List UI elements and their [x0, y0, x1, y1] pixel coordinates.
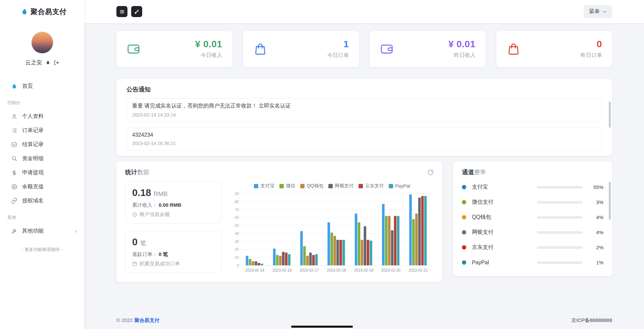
legend-item[interactable]: 微信 [279, 183, 295, 189]
legend-label: 京东支付 [365, 183, 384, 189]
section-label-console: 控制台 [0, 93, 84, 109]
sidebar-item-recharge[interactable]: 余额充值 [0, 180, 84, 194]
channel-dot [462, 260, 466, 265]
refund-value: 0 [132, 237, 138, 247]
income-label: 累计收入： [132, 202, 157, 208]
svg-text:2023-02-17: 2023-02-17 [300, 268, 319, 272]
sidebar-item-funds[interactable]: 资金明细 [0, 151, 84, 166]
summary-column: 0.18RMB 累计收入：0.00 RMB 商户当前余额 [125, 182, 222, 275]
svg-text:50: 50 [235, 223, 239, 227]
stat-card-yesterday-income: ¥ 0.01 昨日收入 [370, 31, 486, 67]
announcement-time: 2023-02-14 14:33:14 [132, 112, 596, 118]
svg-text:2023-02-20: 2023-02-20 [381, 268, 400, 272]
channel-dot [462, 185, 466, 189]
rates-scrollbar[interactable] [609, 182, 611, 220]
brand[interactable]: 聚合易支付 [0, 0, 84, 23]
search-icon [11, 155, 17, 162]
stat-label: 今日订单 [327, 52, 349, 59]
dollar-icon [11, 170, 17, 176]
announcement-item[interactable]: 重要 请完成实名认证，否则您的商户无法正常收款！ 立即实名认证 2023-02-… [126, 98, 602, 122]
copyright-year: © 2022 [116, 317, 133, 323]
logo-drop-icon [21, 8, 28, 15]
statistics-title-light: 数据 [137, 169, 149, 176]
verify-now-link[interactable]: 立即实名认证 [259, 103, 291, 109]
sidebar-item-label: 资金明细 [22, 155, 44, 162]
sidebar-item-label: 订单记录 [22, 127, 44, 134]
sidebar-item-label: 授权域名 [22, 197, 44, 204]
announcement-item[interactable]: 4324234 2023-02-14 16:36:21 [126, 128, 602, 151]
svg-text:2023-02-21: 2023-02-21 [409, 268, 428, 272]
second-row: 统计数据 0.18RMB [116, 161, 612, 282]
svg-text:2023-02-16: 2023-02-16 [272, 268, 291, 272]
sidebar-item-other-features[interactable]: 其他功能 ‹ [0, 224, 84, 238]
profile-block: 云之安 [0, 23, 84, 66]
clock-icon [132, 212, 137, 217]
hamburger-button[interactable] [116, 6, 127, 17]
statistics-title-strong: 统计 [125, 169, 137, 176]
stat-label: 昨日收入 [448, 52, 476, 59]
section-label-other: 其他 [0, 208, 84, 224]
footer-brand-link[interactable]: 聚合易支付 [135, 317, 160, 323]
legend-swatch [328, 184, 333, 188]
channel-rates-title-light: 费率 [474, 169, 486, 176]
legend-item[interactable]: PayPal [389, 183, 410, 189]
theme-drop-icon[interactable] [45, 60, 51, 65]
rate-row-wechat: 微信支付 3% [462, 195, 603, 210]
channel-dot [462, 245, 466, 250]
rate-row-netbank: 网银支付 4% [462, 225, 603, 240]
svg-text:40: 40 [235, 232, 239, 236]
legend-label: QQ钱包 [307, 183, 323, 189]
theme-brush-button[interactable] [131, 6, 142, 17]
sidebar-item-withdraw[interactable]: 申请提现 [0, 166, 84, 180]
topbar: 菜单 [84, 0, 644, 23]
menu-dropdown-label: 菜单 [589, 8, 600, 15]
sidebar-item-settlements[interactable]: 结算记录 [0, 137, 84, 151]
statistics-card: 统计数据 0.18RMB [116, 161, 442, 282]
username: 云之安 [25, 59, 42, 66]
sidebar-item-orders[interactable]: 订单记录 [0, 123, 84, 137]
footer: © 2022聚合易支付 京ICP备88888888 [116, 317, 612, 324]
list-icon [11, 127, 17, 134]
refund-count: 0 笔 [159, 251, 168, 257]
rate-percent: 4% [583, 214, 603, 220]
wrench-icon [11, 228, 17, 234]
legend-label: 网银支付 [335, 183, 354, 189]
stat-card-row: ¥ 0.01 今日收入 1 今日订单 [116, 31, 612, 67]
sidebar-item-profile[interactable]: 个人资料 [0, 109, 84, 123]
svg-text:2023-02-14: 2023-02-14 [245, 268, 265, 272]
chevron-down-icon [603, 10, 607, 14]
user-icon [11, 113, 17, 120]
legend-item[interactable]: 京东支付 [359, 183, 384, 189]
content-area: ¥ 0.01 今日收入 1 今日订单 [84, 23, 644, 329]
channel-rates-card: 通道费率 支付宝 55% 微信支付 [453, 161, 612, 276]
sidebar-item-home[interactable]: 首页 [0, 79, 84, 93]
legend-swatch [254, 184, 258, 188]
balance-box: 0.18RMB 累计收入：0.00 RMB 商户当前余额 [125, 182, 222, 223]
announcements-scrollbar[interactable] [609, 102, 611, 128]
bag-icon [506, 42, 521, 56]
sidebar-menu: 首页 控制台 个人资料 订单记录 结算记录 [0, 79, 84, 253]
menu-dropdown-button[interactable]: 菜单 [584, 5, 612, 18]
legend-label: 支付宝 [260, 183, 274, 189]
svg-text:90: 90 [235, 192, 239, 196]
copyright: © 2022聚合易支付 [116, 317, 160, 324]
legend-item[interactable]: 支付宝 [254, 183, 274, 189]
wallet-icon [380, 42, 394, 56]
legend-item[interactable]: QQ钱包 [300, 183, 323, 189]
legend-item[interactable]: 网银支付 [328, 183, 354, 189]
income-value: 0.00 RMB [159, 202, 181, 208]
channel-name: 支付宝 [472, 184, 537, 191]
icp-number: 京ICP备88888888 [571, 317, 612, 324]
refresh-icon[interactable] [427, 169, 434, 176]
legend-swatch [279, 184, 284, 188]
avatar[interactable] [32, 32, 53, 53]
rate-progress-bar [537, 261, 583, 264]
legend-label: 微信 [286, 183, 295, 189]
channel-name: 网银支付 [472, 229, 537, 236]
hamburger-icon [119, 9, 125, 14]
balance-caption: 商户当前余额 [140, 211, 170, 218]
rate-percent: 1% [583, 260, 603, 265]
logout-icon[interactable] [54, 60, 59, 65]
sidebar-item-domain[interactable]: 授权域名 [0, 194, 84, 208]
svg-text:10: 10 [235, 255, 239, 259]
